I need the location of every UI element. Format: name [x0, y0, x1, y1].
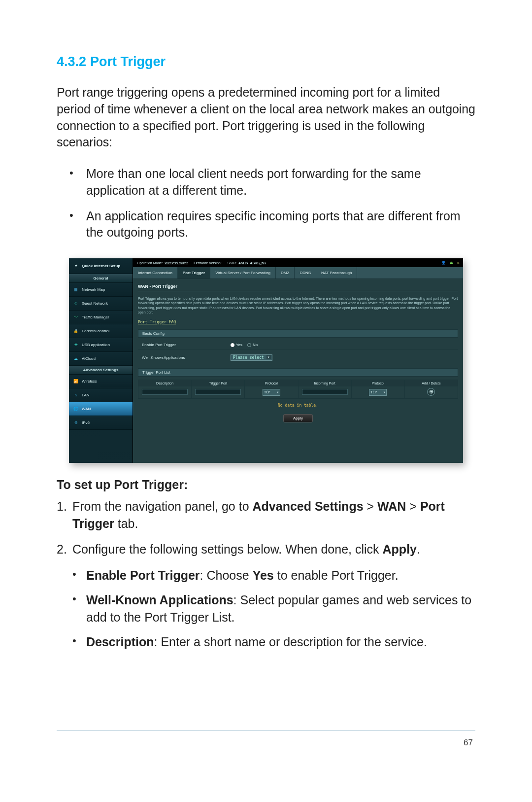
sub-bullet: Enable Port Trigger: Choose Yes to enabl…: [69, 567, 475, 584]
radio-yes[interactable]: Yes: [231, 343, 242, 347]
traffic-manager-icon: 〰: [73, 314, 79, 320]
intro-paragraph: Port range triggering opens a predetermi…: [57, 84, 475, 151]
sidebar-item-label: WAN: [82, 407, 91, 411]
sub-bullet: Description: Enter a short name or descr…: [69, 633, 475, 651]
network-map-icon: ▦: [73, 287, 79, 293]
apply-button[interactable]: Apply: [283, 414, 313, 422]
tab-nat-passthrough[interactable]: NAT Passthrough: [316, 267, 357, 279]
router-screenshot: ✦ Quick Internet Setup General ▦ Network…: [69, 258, 463, 463]
trigger-port-table: Description Trigger Port Protocol Incomi…: [138, 380, 458, 399]
wellknown-apps-label: Well-Known Applications: [142, 355, 231, 360]
incoming-port-input[interactable]: [302, 389, 348, 395]
topbar: Operation Mode: Wireless router Firmware…: [133, 258, 463, 267]
sidebar-item-guest-network[interactable]: ☺ Guest Network: [69, 297, 133, 311]
no-data-message: No data in table.: [138, 402, 458, 409]
wellknown-apps-select[interactable]: Please select: [231, 354, 272, 361]
setup-sub-bullets: Enable Port Trigger: Choose Yes to enabl…: [69, 567, 475, 651]
parental-control-icon: 🔒: [73, 328, 79, 334]
col-add-delete: Add / Delete: [405, 380, 458, 386]
section-title: Port Trigger: [90, 54, 166, 69]
sidebar-item-label: IPv6: [82, 420, 90, 425]
port-trigger-panel: WAN - Port Trigger Port Trigger allows y…: [133, 279, 463, 463]
wellknown-apps-row: Well-Known Applications Please select: [138, 352, 458, 363]
sidebar-item-usb-application[interactable]: ✚ USB application: [69, 338, 133, 352]
logout-icon[interactable]: ⎋: [457, 261, 459, 265]
faq-link[interactable]: Port Trigger FAQ: [138, 320, 458, 324]
enable-port-trigger-label: Enable Port Trigger: [142, 343, 231, 347]
section-heading: 4.3.2Port Trigger: [57, 54, 475, 70]
sidebar-item-wireless[interactable]: 📶 Wireless: [69, 375, 133, 388]
ssid-value-2[interactable]: ASUS_5G: [250, 261, 266, 265]
sidebar-item-aicloud[interactable]: ☁ AiCloud: [69, 352, 133, 366]
ipv6-icon: ⊕: [73, 420, 79, 426]
wan-icon: 🌐: [73, 406, 79, 412]
scenario-list: More than one local client needs port fo…: [62, 166, 475, 241]
wand-icon: ✦: [73, 263, 79, 269]
sidebar-heading-advanced: Advanced Settings: [69, 366, 133, 375]
setup-steps: From the navigation panel, go to Advance…: [57, 498, 475, 651]
sidebar-item-ipv6[interactable]: ⊕ IPv6: [69, 416, 133, 430]
ssid-label: SSID:: [228, 261, 236, 265]
scenario-item: An application requires specific incomin…: [62, 208, 475, 242]
tab-dmz[interactable]: DMZ: [276, 267, 295, 279]
footer-rule: [57, 730, 475, 731]
radio-no[interactable]: No: [247, 343, 258, 347]
user-icon[interactable]: 👤: [441, 261, 446, 265]
main-panel: Operation Mode: Wireless router Firmware…: [133, 258, 463, 463]
panel-description: Port Trigger allows you to temporarily o…: [138, 296, 458, 315]
enable-port-trigger-row: Enable Port Trigger Yes No: [138, 341, 458, 349]
lan-icon: ⌂: [73, 392, 79, 398]
sidebar-item-wan[interactable]: 🌐 WAN: [69, 402, 133, 416]
tab-virtual-server[interactable]: Virtual Server / Port Forwarding: [210, 267, 276, 279]
tab-port-trigger[interactable]: Port Trigger: [178, 267, 210, 279]
sidebar-item-label: USB application: [82, 343, 110, 347]
sidebar-item-label: Wireless: [82, 379, 97, 384]
col-protocol-1: Protocol: [245, 380, 298, 386]
protocol-select-2[interactable]: TCP▾: [369, 389, 387, 396]
setup-heading: To set up Port Trigger:: [57, 478, 475, 492]
opmode-value[interactable]: Wireless router: [165, 261, 188, 265]
description-input[interactable]: [142, 389, 188, 395]
sidebar-item-parental-control[interactable]: 🔒 Parental control: [69, 324, 133, 338]
wan-tabs: Internet Connection Port Trigger Virtual…: [133, 267, 463, 279]
setup-step-1: From the navigation panel, go to Advance…: [57, 498, 475, 532]
col-protocol-2: Protocol: [352, 380, 405, 386]
sidebar-item-traffic-manager[interactable]: 〰 Traffic Manager: [69, 311, 133, 324]
tab-ddns[interactable]: DDNS: [295, 267, 316, 279]
sidebar-item-lan[interactable]: ⌂ LAN: [69, 388, 133, 402]
quick-internet-setup[interactable]: ✦ Quick Internet Setup: [69, 258, 133, 274]
guest-network-icon: ☺: [73, 301, 79, 307]
wireless-icon: 📶: [73, 379, 79, 384]
sidebar-heading-general: General: [69, 274, 133, 283]
sidebar-item-network-map[interactable]: ▦ Network Map: [69, 283, 133, 297]
col-incoming-port: Incoming Port: [299, 380, 352, 386]
trigger-port-input[interactable]: [195, 389, 241, 395]
panel-title: WAN - Port Trigger: [138, 283, 458, 291]
sidebar-item-label: Parental control: [82, 329, 109, 333]
sidebar-item-label: Traffic Manager: [82, 315, 109, 319]
firmware-label: Firmware Version:: [194, 261, 221, 265]
col-trigger-port: Trigger Port: [192, 380, 245, 386]
tab-internet-connection[interactable]: Internet Connection: [133, 267, 178, 279]
page-number: 67: [464, 738, 473, 748]
col-description: Description: [138, 380, 192, 386]
scenario-item: More than one local client needs port fo…: [62, 166, 475, 199]
protocol-select-1[interactable]: TCP▾: [263, 389, 280, 396]
usb-application-icon: ✚: [73, 342, 79, 348]
opmode-label: Operation Mode:: [137, 261, 163, 265]
sidebar-item-label: Network Map: [82, 287, 105, 292]
aicloud-icon: ☁: [73, 356, 79, 362]
add-row-button[interactable]: ⊕: [427, 388, 435, 396]
sidebar-item-label: AiCloud: [82, 356, 96, 361]
sidebar-item-label: LAN: [82, 393, 90, 397]
ssid-value-1[interactable]: ASUS: [238, 261, 248, 265]
sidebar-item-label: Quick Internet Setup: [82, 264, 120, 268]
usb-icon[interactable]: ⏏: [450, 261, 453, 265]
sidebar-item-label: Guest Network: [82, 301, 108, 306]
trigger-port-list-heading: Trigger Port List: [138, 368, 458, 377]
setup-step-2: Configure the following settings below. …: [57, 541, 475, 651]
section-number: 4.3.2: [57, 54, 86, 69]
sub-bullet: Well-Known Applications: Select popular …: [69, 592, 475, 626]
basic-config-heading: Basic Config: [138, 329, 458, 338]
sidebar: ✦ Quick Internet Setup General ▦ Network…: [69, 258, 133, 463]
